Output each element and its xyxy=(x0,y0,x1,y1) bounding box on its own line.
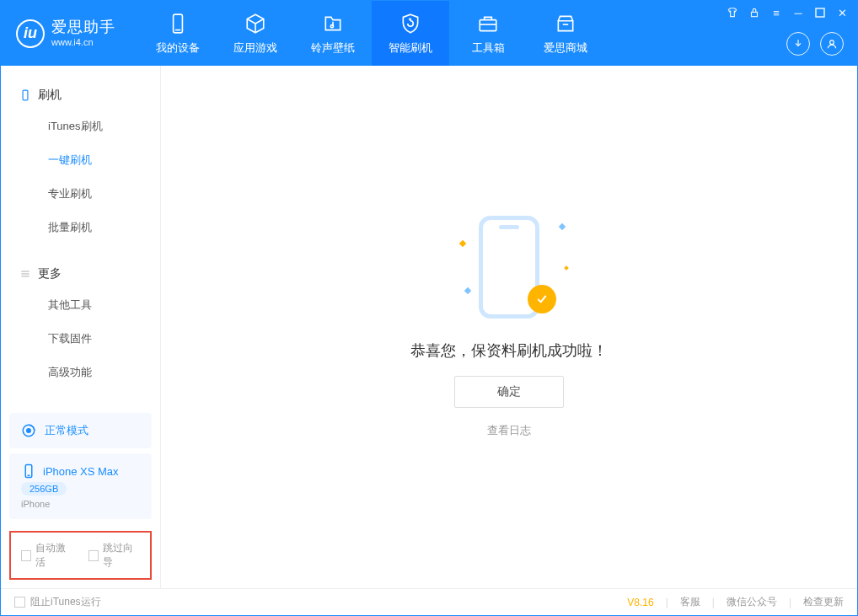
footer: 阻止iTunes运行 V8.16 | 客服 | 微信公众号 | 检查更新 xyxy=(1,588,857,615)
support-link[interactable]: 客服 xyxy=(680,595,700,609)
checkbox-row-highlighted: 自动激活 跳过向导 xyxy=(9,531,152,580)
tab-apps[interactable]: 应用游戏 xyxy=(217,1,294,66)
menu-icon[interactable]: ≡ xyxy=(770,6,783,19)
separator: | xyxy=(789,597,791,608)
sidebar-item-download-fw[interactable]: 下载固件 xyxy=(1,322,160,356)
header-right-buttons xyxy=(786,32,844,56)
checkbox-box xyxy=(88,550,99,561)
tab-my-device[interactable]: 我的设备 xyxy=(139,1,217,66)
sidebar-section-flash: 刷机 iTunes刷机 一键刷机 专业刷机 批量刷机 xyxy=(1,66,160,244)
checkbox-label: 跳过向导 xyxy=(103,541,140,570)
sidebar-item-oneclick-flash[interactable]: 一键刷机 xyxy=(1,143,160,177)
sidebar-item-itunes-flash[interactable]: iTunes刷机 xyxy=(1,110,160,143)
separator: | xyxy=(666,597,668,608)
ok-button[interactable]: 确定 xyxy=(454,376,564,408)
cube-icon xyxy=(244,12,267,35)
separator: | xyxy=(712,597,715,608)
tab-label: 我的设备 xyxy=(156,40,200,56)
lock-icon[interactable] xyxy=(748,6,761,19)
tab-label: 应用游戏 xyxy=(233,40,277,56)
sidebar-heading-flash: 刷机 xyxy=(1,81,160,110)
sidebar: 刷机 iTunes刷机 一键刷机 专业刷机 批量刷机 更多 其他工具 下载固件 … xyxy=(1,66,161,588)
heading-label: 更多 xyxy=(38,266,62,281)
checkbox-box xyxy=(14,597,25,608)
logo-text: 爱思助手 www.i4.cn xyxy=(51,19,115,48)
app-subtitle: www.i4.cn xyxy=(51,37,115,48)
device-name: iPhone XS Max xyxy=(43,465,119,478)
tab-store[interactable]: 爱思商城 xyxy=(527,1,604,66)
svg-rect-4 xyxy=(480,19,496,30)
user-button[interactable] xyxy=(820,32,844,56)
shield-refresh-icon xyxy=(399,12,422,35)
spark-icon xyxy=(459,240,466,247)
svg-point-9 xyxy=(830,40,834,45)
svg-rect-10 xyxy=(23,90,28,100)
maximize-icon[interactable] xyxy=(813,6,827,19)
toolbox-icon xyxy=(476,12,500,35)
checkbox-block-itunes[interactable]: 阻止iTunes运行 xyxy=(14,595,101,609)
main-content: 恭喜您，保资料刷机成功啦！ 确定 查看日志 xyxy=(161,66,857,588)
close-icon[interactable]: ✕ xyxy=(835,6,849,19)
mode-icon xyxy=(21,423,36,438)
tab-ringtone[interactable]: 铃声壁纸 xyxy=(294,1,372,66)
device-type: iPhone xyxy=(21,499,50,509)
tab-label: 铃声壁纸 xyxy=(311,40,355,56)
list-icon xyxy=(19,268,31,280)
wechat-link[interactable]: 微信公众号 xyxy=(727,595,777,609)
window-controls: ≡ ─ ✕ xyxy=(726,6,849,19)
device-mode-card[interactable]: 正常模式 xyxy=(9,413,152,448)
sidebar-item-other-tools[interactable]: 其他工具 xyxy=(1,288,160,322)
svg-point-15 xyxy=(27,429,31,433)
sidebar-heading-more: 更多 xyxy=(1,260,160,288)
update-link[interactable]: 检查更新 xyxy=(803,595,844,609)
header: iu 爱思助手 www.i4.cn 我的设备 应用游戏 铃声壁纸 智能刷机 工具… xyxy=(1,1,857,66)
body: 刷机 iTunes刷机 一键刷机 专业刷机 批量刷机 更多 其他工具 下载固件 … xyxy=(1,66,857,588)
tab-label: 爱思商城 xyxy=(544,40,587,56)
svg-rect-7 xyxy=(752,12,758,16)
checkbox-label: 阻止iTunes运行 xyxy=(30,595,101,609)
heading-label: 刷机 xyxy=(38,88,62,103)
main-tabs: 我的设备 应用游戏 铃声壁纸 智能刷机 工具箱 爱思商城 xyxy=(139,1,604,66)
sidebar-item-batch-flash[interactable]: 批量刷机 xyxy=(1,211,160,244)
spark-icon xyxy=(559,223,566,230)
device-cards: 正常模式 iPhone XS Max 256GB iPhone xyxy=(1,408,160,524)
device-icon xyxy=(166,12,190,35)
svg-point-3 xyxy=(330,24,333,27)
sidebar-item-advanced[interactable]: 高级功能 xyxy=(1,356,160,389)
tshirt-icon[interactable] xyxy=(726,6,739,19)
app-title: 爱思助手 xyxy=(51,19,115,37)
version-label: V8.16 xyxy=(627,597,653,608)
logo[interactable]: iu 爱思助手 www.i4.cn xyxy=(1,1,131,66)
device-mode-label: 正常模式 xyxy=(45,423,88,438)
device-storage-badge: 256GB xyxy=(21,482,67,495)
check-circle-icon xyxy=(528,285,556,313)
sidebar-section-more: 更多 其他工具 下载固件 高级功能 xyxy=(1,244,160,389)
sidebar-item-pro-flash[interactable]: 专业刷机 xyxy=(1,177,160,211)
checkbox-skip-guide[interactable]: 跳过向导 xyxy=(88,541,141,570)
checkbox-box xyxy=(21,550,31,561)
download-button[interactable] xyxy=(786,32,810,56)
svg-rect-8 xyxy=(816,8,824,17)
tab-toolbox[interactable]: 工具箱 xyxy=(449,1,527,66)
music-folder-icon xyxy=(321,12,345,35)
view-log-link[interactable]: 查看日志 xyxy=(487,423,531,438)
tab-label: 智能刷机 xyxy=(389,40,432,56)
success-message: 恭喜您，保资料刷机成功啦！ xyxy=(410,340,608,361)
tab-label: 工具箱 xyxy=(472,40,505,56)
store-icon xyxy=(554,12,577,35)
phone-small-icon xyxy=(21,463,36,479)
tab-flash[interactable]: 智能刷机 xyxy=(372,1,449,66)
phone-icon xyxy=(19,89,31,101)
minimize-icon[interactable]: ─ xyxy=(791,6,805,19)
spark-icon xyxy=(564,265,569,271)
footer-right: V8.16 | 客服 | 微信公众号 | 检查更新 xyxy=(627,595,844,609)
spark-icon xyxy=(464,287,471,294)
logo-icon: iu xyxy=(16,19,45,48)
checkbox-label: 自动激活 xyxy=(35,541,72,570)
device-info-card[interactable]: iPhone XS Max 256GB iPhone xyxy=(9,453,152,519)
success-illustration xyxy=(458,216,560,325)
checkbox-auto-activate[interactable]: 自动激活 xyxy=(21,541,73,570)
